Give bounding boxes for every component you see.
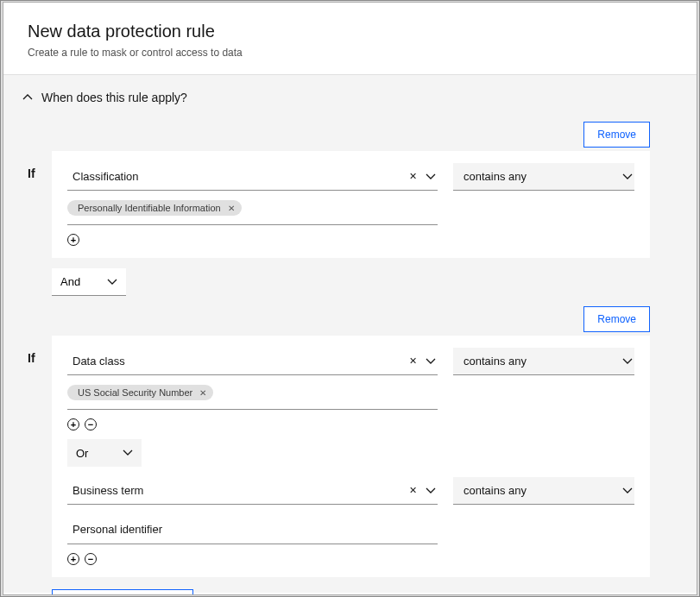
value-text: Personal identifier [73, 523, 162, 536]
chevron-down-icon[interactable] [426, 487, 436, 494]
tag-ssn: US Social Security Number ✕ [67, 385, 213, 400]
clear-icon[interactable]: ✕ [409, 355, 417, 367]
remove-icon[interactable]: − [85, 418, 97, 430]
field-select[interactable]: Classification ✕ [67, 163, 438, 191]
add-icon[interactable]: + [67, 553, 79, 565]
tag-label: Personally Identifiable Information [78, 203, 221, 213]
connector-value: And [60, 275, 80, 288]
clear-icon[interactable]: ✕ [409, 485, 417, 496]
inner-connector-select[interactable]: Or [67, 439, 142, 467]
clear-icon[interactable]: ✕ [409, 171, 417, 182]
tag-remove-icon[interactable]: ✕ [199, 388, 206, 398]
if-label: If [28, 351, 35, 365]
modal-body: When does this rule apply? Remove If Cla… [3, 75, 697, 593]
modal-header: New data protection rule Create a rule t… [3, 3, 697, 75]
remove-button[interactable]: Remove [583, 122, 650, 148]
chevron-down-icon[interactable] [123, 449, 133, 456]
add-condition-button[interactable]: Add new condition + [52, 589, 193, 595]
value-input[interactable]: Personal identifier [67, 515, 438, 544]
connector-value: Or [76, 447, 88, 460]
tags-input[interactable]: Personally Identifiable Information ✕ [67, 199, 438, 225]
remove-button[interactable]: Remove [583, 306, 650, 332]
chevron-down-icon[interactable] [107, 279, 117, 286]
tag-remove-icon[interactable]: ✕ [228, 204, 235, 213]
chevron-down-icon[interactable] [426, 173, 436, 180]
chevron-down-icon[interactable] [622, 173, 633, 180]
if-label: If [28, 167, 35, 180]
condition-block-1: If Classification ✕ Personally Identifia… [52, 151, 650, 258]
remove-icon[interactable]: − [85, 553, 97, 565]
chevron-up-icon[interactable] [22, 94, 33, 101]
page-title: New data protection rule [28, 22, 672, 41]
modal-panel: New data protection rule Create a rule t… [3, 2, 697, 595]
condition-block-2: If Data class ✕ US Social Security Numbe… [52, 336, 650, 577]
logical-connector-select[interactable]: And [52, 268, 126, 296]
field-select[interactable]: Business term ✕ [67, 477, 438, 505]
operator-select[interactable]: contains any [453, 163, 634, 191]
page-subtitle: Create a rule to mask or control access … [28, 47, 672, 59]
tag-pii: Personally Identifiable Information ✕ [67, 200, 242, 216]
operator-value: contains any [464, 355, 527, 368]
operator-value: contains any [464, 170, 527, 183]
operator-value: contains any [464, 484, 527, 497]
operator-select[interactable]: contains any [453, 477, 634, 505]
field-value: Business term [73, 484, 143, 497]
field-select[interactable]: Data class ✕ [67, 348, 438, 375]
operator-select[interactable]: contains any [453, 348, 634, 375]
tag-label: US Social Security Number [78, 387, 192, 398]
field-value: Classification [73, 170, 139, 183]
add-icon[interactable]: + [67, 234, 79, 246]
add-icon[interactable]: + [67, 418, 79, 430]
chevron-down-icon[interactable] [622, 487, 633, 494]
tags-input[interactable]: US Social Security Number ✕ [67, 384, 438, 410]
field-value: Data class [73, 355, 125, 368]
chevron-down-icon[interactable] [622, 358, 633, 365]
section-header[interactable]: When does this rule apply? [26, 91, 674, 104]
section-title: When does this rule apply? [41, 91, 187, 104]
chevron-down-icon[interactable] [426, 358, 436, 365]
